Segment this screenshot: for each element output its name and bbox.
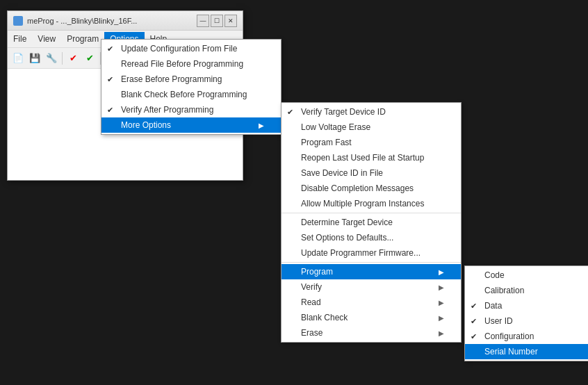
reopen-last-label: Reopen Last Used File at Startup [301, 153, 424, 163]
verify-arrow: ▶ [439, 284, 444, 291]
reread-file-label: Reread File Before Programming [121, 59, 243, 69]
calibration-label: Calibration [484, 286, 524, 295]
save-device-id-label: Save Device ID in File [301, 168, 383, 178]
erase-before-label: Erase Before Programming [121, 74, 222, 84]
low-voltage-label: Low Voltage Erase [301, 122, 370, 132]
verify-target-label: Verify Target Device ID [301, 107, 386, 117]
reread-file-item[interactable]: Reread File Before Programming [101, 56, 281, 72]
title-bar: meProg - ..._Blinky\Blinky_16F... — ☐ ✕ [8, 11, 243, 31]
options-dropdown: ✔ Update Configuration From File Reread … [101, 39, 281, 135]
data-check: ✔ [471, 302, 477, 311]
user-id-check: ✔ [471, 317, 477, 326]
blank-check-label: Blank Check Before Programming [121, 90, 247, 99]
close-button[interactable]: ✕ [224, 15, 237, 27]
disable-completion-item[interactable]: Disable Completion Messages [281, 181, 461, 196]
verify-after-label: Verify After Programming [121, 105, 213, 115]
verify-after-check: ✔ [107, 106, 113, 115]
more-options-arrow: ▶ [259, 122, 264, 129]
configuration-item[interactable]: ✔ Configuration [465, 329, 588, 344]
erase-item[interactable]: Erase ▶ [281, 325, 461, 341]
determine-target-item[interactable]: Determine Target Device [281, 215, 461, 230]
low-voltage-item[interactable]: Low Voltage Erase [281, 120, 461, 135]
menu-view[interactable]: View [32, 32, 61, 46]
program-arrow: ▶ [439, 268, 444, 276]
more-options-label: More Options [121, 120, 171, 130]
serial-number-label: Serial Number [484, 347, 538, 357]
separator-1 [281, 213, 461, 213]
update-firmware-label: Update Programmer Firmware... [301, 248, 420, 258]
program-fast-label: Program Fast [301, 138, 352, 147]
verify-after-item[interactable]: ✔ Verify After Programming [101, 102, 281, 117]
code-label: Code [484, 270, 505, 280]
program-button[interactable]: ✔ [82, 51, 97, 66]
new-button[interactable]: 📄 [10, 51, 26, 66]
read-item[interactable]: Read ▶ [281, 295, 461, 310]
more-options-item[interactable]: More Options ▶ [101, 117, 281, 133]
read-label: Read [301, 297, 321, 307]
program-item[interactable]: Program ▶ [281, 264, 461, 279]
configuration-check: ✔ [471, 332, 477, 341]
erase-before-check: ✔ [107, 75, 113, 84]
more-options-dropdown: ✔ Verify Target Device ID Low Voltage Er… [281, 102, 462, 343]
program-submenu: Code Calibration ✔ Data ✔ User ID ✔ Conf… [464, 265, 588, 361]
erase-label: Erase [301, 328, 322, 338]
user-id-item[interactable]: ✔ User ID [465, 313, 588, 329]
title-bar-controls: — ☐ ✕ [197, 15, 237, 27]
separator-2 [281, 262, 461, 263]
user-id-label: User ID [484, 316, 513, 326]
data-label: Data [484, 301, 502, 311]
verify-label: Verify [301, 282, 322, 292]
maximize-button[interactable]: ☐ [211, 15, 223, 27]
set-options-defaults-item[interactable]: Set Options to Defaults... [281, 230, 461, 245]
toolbar-separator-1 [62, 52, 63, 65]
allow-multiple-item[interactable]: Allow Multiple Program Instances [281, 196, 461, 211]
configuration-label: Configuration [484, 331, 534, 341]
update-firmware-item[interactable]: Update Programmer Firmware... [281, 245, 461, 261]
save-button[interactable]: 💾 [27, 51, 42, 66]
title-bar-left: meProg - ..._Blinky\Blinky_16F... [13, 16, 137, 26]
program-label: Program [301, 267, 333, 277]
verify-target-check: ✔ [287, 108, 293, 117]
verify-item[interactable]: Verify ▶ [281, 279, 461, 295]
blank-check-item[interactable]: Blank Check Before Programming [101, 87, 281, 102]
erase-before-item[interactable]: ✔ Erase Before Programming [101, 72, 281, 87]
blank-check-sub-item[interactable]: Blank Check ▶ [281, 310, 461, 325]
save-device-id-item[interactable]: Save Device ID in File [281, 165, 461, 181]
menu-program[interactable]: Program [61, 32, 104, 46]
read-arrow: ▶ [439, 299, 444, 306]
verify-button[interactable]: ✔ [65, 51, 81, 66]
update-config-label: Update Configuration From File [121, 44, 237, 54]
erase-arrow: ▶ [439, 329, 444, 337]
data-item[interactable]: ✔ Data [465, 298, 588, 313]
reopen-last-item[interactable]: Reopen Last Used File at Startup [281, 150, 461, 165]
set-options-defaults-label: Set Options to Defaults... [301, 233, 393, 243]
update-config-check: ✔ [107, 44, 113, 54]
menu-file[interactable]: File [8, 32, 32, 46]
serial-number-item[interactable]: Serial Number [465, 344, 588, 359]
update-config-item[interactable]: ✔ Update Configuration From File [101, 41, 281, 56]
minimize-button[interactable]: — [197, 15, 209, 27]
allow-multiple-label: Allow Multiple Program Instances [301, 199, 424, 208]
blank-check-sub-label: Blank Check [301, 313, 348, 322]
program-fast-item[interactable]: Program Fast [281, 135, 461, 150]
determine-target-label: Determine Target Device [301, 218, 393, 227]
app-icon [13, 16, 23, 26]
verify-target-id-item[interactable]: ✔ Verify Target Device ID [281, 104, 461, 120]
window-title: meProg - ..._Blinky\Blinky_16F... [27, 17, 137, 25]
code-item[interactable]: Code [465, 268, 588, 283]
config-button[interactable]: 🔧 [44, 51, 59, 66]
disable-completion-label: Disable Completion Messages [301, 183, 414, 193]
calibration-item[interactable]: Calibration [465, 283, 588, 298]
blank-check-arrow: ▶ [439, 314, 444, 322]
